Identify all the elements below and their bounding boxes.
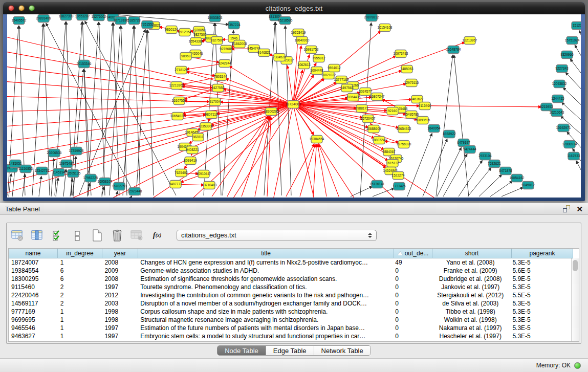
cell-name: 9463627: [9, 332, 58, 340]
graph-node-label: 9463627: [410, 97, 424, 101]
column-header-short[interactable]: short: [432, 249, 512, 258]
close-panel-icon[interactable]: ✕: [576, 205, 583, 213]
network-view-window[interactable]: citations_edges.txt 18724007161541081221…: [3, 2, 585, 201]
graph-node-label: 9227343: [555, 67, 569, 70]
cell-in_degree: 1: [58, 316, 102, 324]
graph-node-label: 16981753: [304, 48, 319, 51]
cell-name: 18300295: [9, 275, 58, 283]
zoom-window-button[interactable]: [29, 5, 35, 11]
tab-edge-table[interactable]: Edge Table: [266, 346, 314, 355]
table-header-row: namein_degreeyeartitleout_de...shortpage…: [9, 249, 579, 258]
minimize-window-button[interactable]: [18, 5, 25, 11]
column-header-year[interactable]: year: [102, 249, 138, 258]
graph-node-label: 19384554: [310, 137, 324, 141]
graph-node-label: 15123: [573, 24, 581, 27]
edge: [502, 187, 524, 196]
window-title: citations_edges.txt: [3, 5, 585, 12]
graph-node-label: 1244415: [551, 97, 564, 100]
graph-node-label: 12353306: [199, 124, 213, 128]
graph-node-label: 18827399: [59, 14, 74, 18]
citation-network-graph[interactable]: 1872400716154108122138671097349374850531…: [7, 14, 581, 198]
cell-short: Dudbridge et al. (2008): [431, 275, 510, 283]
edge: [204, 23, 214, 195]
table-row[interactable]: 969969511998Structural magnetic resonanc…: [9, 316, 571, 324]
table-row[interactable]: 946554611997Estimation of the future num…: [9, 324, 571, 332]
tab-network-table[interactable]: Network Table: [314, 346, 371, 355]
cell-out_de: 49: [393, 258, 431, 267]
column-header-pagerank[interactable]: pagerank: [512, 249, 573, 258]
cell-pagerank: 5.3E-5: [510, 332, 571, 340]
cell-year: 2009: [102, 267, 138, 275]
graph-node-label: 13710483: [202, 183, 217, 187]
table-selector-dropdown[interactable]: citations_edges.txt: [177, 230, 377, 241]
edge: [123, 26, 134, 195]
graph-node-label: 8912954: [178, 30, 191, 34]
edge: [285, 26, 291, 195]
graph-node-label: 98968: [181, 54, 190, 58]
edge: [7, 104, 293, 186]
graph-node-label: 20364436: [346, 95, 361, 99]
graph-node-label: 19654923: [397, 127, 411, 130]
column-header-in_degree[interactable]: in_degree: [58, 249, 102, 258]
edge: [79, 29, 145, 195]
tab-node-table[interactable]: Node Table: [217, 346, 266, 355]
function-builder-button[interactable]: f(x): [150, 229, 164, 242]
column-header-title[interactable]: title: [138, 249, 394, 258]
edge: [56, 178, 58, 196]
graph-node-label: 7351552: [141, 23, 154, 26]
cell-year: 1997: [102, 324, 138, 332]
graph-node-label: 5185728: [127, 18, 141, 22]
graph-node-label: 1167533: [568, 154, 580, 158]
column-header-name[interactable]: name: [9, 249, 58, 258]
table-panel-title: Table Panel: [5, 205, 40, 213]
memory-status-indicator: [574, 362, 581, 369]
table-row[interactable]: 911546021997Tourette syndrome. Phenomeno…: [9, 283, 571, 291]
new-table-button[interactable]: [91, 229, 104, 242]
cell-short: Stergiakouli et al. (2012): [431, 291, 510, 299]
table-row[interactable]: 977716911998Corpus callosum shape and si…: [9, 308, 571, 316]
table-row[interactable]: 1456911722003Disruption of a novel membe…: [9, 299, 571, 308]
table-panel-header: Table Panel ✕: [0, 203, 588, 215]
cell-in_degree: 6: [58, 275, 102, 283]
graph-node-label: 9884067: [382, 150, 396, 154]
graph-node-label: 17359928: [69, 149, 84, 152]
table-row[interactable]: 1872400712008Changes of HCN gene express…: [9, 258, 571, 267]
cell-short: Jankovic et al. (1997): [431, 283, 510, 291]
select-all-rows-button[interactable]: [51, 229, 64, 242]
edge: [136, 30, 147, 195]
graph-node-label: 9245012: [521, 183, 535, 187]
table-row[interactable]: 1938455462009Genome-wide association stu…: [9, 267, 571, 275]
edge: [579, 30, 581, 54]
graph-node-label: 13777169: [334, 78, 349, 81]
graph-node-label: 11156853: [18, 167, 33, 170]
network-canvas[interactable]: 1872400716154108122138671097349374850531…: [7, 14, 581, 198]
float-panel-icon[interactable]: [563, 205, 570, 212]
table-row[interactable]: 946362711997Embryonic stem cells: a mode…: [9, 332, 571, 340]
table-row[interactable]: 2242004622012Investigating the contribut…: [9, 291, 571, 299]
graph-node-label: 9115460: [419, 104, 431, 107]
cell-year: 2012: [102, 291, 138, 299]
graph-node-label: 18300295: [264, 110, 279, 113]
scrollbar-thumb[interactable]: [573, 260, 578, 271]
table-row[interactable]: 1830029562008Estimation of significance …: [9, 275, 571, 283]
graph-node-label: 19053803: [208, 16, 223, 19]
graph-node-label: 9827505: [193, 33, 207, 36]
select-column-button[interactable]: [31, 229, 44, 242]
graph-node-label: 1145194: [53, 170, 66, 174]
vertical-scrollbar[interactable]: [571, 258, 579, 341]
close-window-button[interactable]: [8, 5, 14, 11]
cell-out_de: 0: [393, 275, 431, 283]
cell-pagerank: 5.5E-5: [510, 291, 571, 299]
edge: [147, 30, 154, 195]
cell-out_de: 0: [393, 332, 431, 340]
graph-node-label: 1435051: [9, 162, 22, 165]
cell-year: 2008: [102, 258, 138, 267]
column-header-out_de[interactable]: out_de...: [394, 249, 432, 258]
graph-node-label: 10973493: [394, 52, 408, 55]
window-titlebar[interactable]: citations_edges.txt: [3, 2, 585, 14]
graph-node-label: 1640954: [427, 126, 441, 130]
table-selector-value: citations_edges.txt: [181, 231, 236, 239]
clear-selection-button[interactable]: [71, 229, 84, 242]
table-settings-button[interactable]: [11, 229, 24, 242]
delete-icon[interactable]: [111, 229, 124, 242]
